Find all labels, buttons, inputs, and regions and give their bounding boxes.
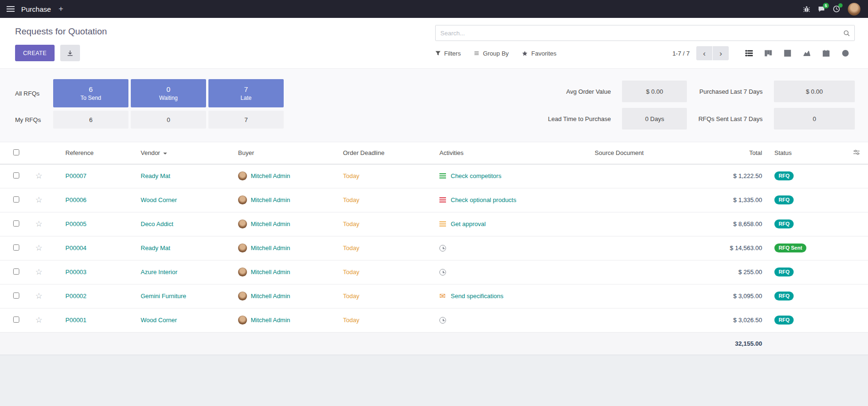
late-card[interactable]: 7 Late xyxy=(208,79,284,107)
vendor-link[interactable]: Wood Corner xyxy=(141,196,177,203)
column-header-reference[interactable]: Reference xyxy=(49,142,125,164)
activity-label[interactable]: Get approval xyxy=(451,220,486,227)
activity-mail-icon[interactable] xyxy=(439,293,446,299)
late-count: 7 xyxy=(244,85,248,93)
activities-clock-icon[interactable] xyxy=(833,5,840,13)
buyer-link[interactable]: Mitchell Admin xyxy=(251,317,290,324)
order-deadline: Today xyxy=(343,268,359,276)
activity-label[interactable]: Send specifications xyxy=(451,292,503,300)
pager-previous-button[interactable]: ‹ xyxy=(696,46,712,60)
control-panel: Requests for Quotation CREATE xyxy=(0,18,868,69)
column-header-activities[interactable]: Activities xyxy=(423,142,579,164)
vendor-link[interactable]: Deco Addict xyxy=(141,220,173,227)
activity-clock-icon[interactable] xyxy=(439,269,446,276)
my-waiting-card[interactable]: 0 xyxy=(131,111,206,129)
vendor-link[interactable]: Azure Interior xyxy=(141,268,177,276)
app-name[interactable]: Purchase xyxy=(21,5,51,13)
row-checkbox[interactable] xyxy=(13,172,19,179)
favorites-button[interactable]: Favorites xyxy=(522,50,556,57)
buyer-link[interactable]: Mitchell Admin xyxy=(251,220,290,227)
list-view-button[interactable] xyxy=(739,46,758,60)
row-checkbox[interactable] xyxy=(13,317,19,323)
reference-link[interactable]: P00005 xyxy=(65,220,87,227)
column-header-vendor[interactable]: Vendor xyxy=(125,142,222,164)
column-header-buyer[interactable]: Buyer xyxy=(222,142,327,164)
vendor-link[interactable]: Ready Mat xyxy=(141,244,170,252)
to-send-card[interactable]: 6 To Send xyxy=(53,79,128,107)
row-checkbox[interactable] xyxy=(13,292,19,299)
menu-icon[interactable] xyxy=(7,6,15,12)
search-icon[interactable] xyxy=(843,30,850,38)
search-input[interactable] xyxy=(436,25,854,41)
reference-link[interactable]: P00004 xyxy=(65,244,87,252)
column-header-order-deadline[interactable]: Order Deadline xyxy=(327,142,423,164)
activity-label[interactable]: Check optional products xyxy=(451,196,516,203)
table-row[interactable]: P00007 Ready Mat Mitchell Admin Today Ch… xyxy=(0,164,868,188)
vendor-link[interactable]: Ready Mat xyxy=(141,172,170,179)
waiting-card[interactable]: 0 Waiting xyxy=(131,79,206,107)
my-late-card[interactable]: 7 xyxy=(208,111,284,129)
row-checkbox[interactable] xyxy=(13,244,19,251)
buyer-link[interactable]: Mitchell Admin xyxy=(251,292,290,300)
buyer-link[interactable]: Mitchell Admin xyxy=(251,268,290,276)
my-to-send-card[interactable]: 6 xyxy=(53,111,128,129)
column-header-source-document[interactable]: Source Document xyxy=(579,142,715,164)
activity-icon[interactable] xyxy=(439,197,446,203)
export-button[interactable] xyxy=(60,45,80,61)
reference-link[interactable]: P00006 xyxy=(65,196,87,203)
reference-link[interactable]: P00002 xyxy=(65,292,87,300)
buyer-link[interactable]: Mitchell Admin xyxy=(251,172,290,179)
table-row[interactable]: P00005 Deco Addict Mitchell Admin Today … xyxy=(0,212,868,236)
pivot-view-button[interactable] xyxy=(778,46,797,60)
favorite-star-icon[interactable] xyxy=(35,268,42,276)
row-checkbox[interactable] xyxy=(13,220,19,227)
table-row[interactable]: P00002 Gemini Furniture Mitchell Admin T… xyxy=(0,284,868,308)
filters-button[interactable]: Filters xyxy=(435,50,461,57)
reference-link[interactable]: P00007 xyxy=(65,172,87,179)
source-document xyxy=(579,188,715,212)
create-button[interactable]: CREATE xyxy=(15,45,55,61)
activity-icon[interactable] xyxy=(439,221,446,227)
favorite-star-icon[interactable] xyxy=(35,219,42,228)
buyer-link[interactable]: Mitchell Admin xyxy=(251,196,290,203)
optional-columns-button[interactable] xyxy=(844,142,868,164)
select-all-checkbox[interactable] xyxy=(13,149,19,155)
table-row[interactable]: P00001 Wood Corner Mitchell Admin Today … xyxy=(0,308,868,332)
purchased-last-7-days: $ 0.00 xyxy=(774,81,855,102)
favorite-star-icon[interactable] xyxy=(35,316,42,325)
activity-clock-icon[interactable] xyxy=(439,317,446,324)
reference-link[interactable]: P00001 xyxy=(65,317,87,324)
buyer-avatar xyxy=(238,244,247,252)
column-header-total[interactable]: Total xyxy=(715,142,772,164)
column-header-status[interactable]: Status xyxy=(772,142,844,164)
favorite-star-icon[interactable] xyxy=(35,244,42,252)
calendar-view-button[interactable] xyxy=(816,46,836,60)
vendor-link[interactable]: Gemini Furniture xyxy=(141,292,186,300)
kanban-view-button[interactable] xyxy=(758,46,778,60)
group-by-button[interactable]: Group By xyxy=(474,50,509,57)
activity-icon[interactable] xyxy=(439,173,446,179)
favorite-star-icon[interactable] xyxy=(35,171,42,180)
messages-icon[interactable]: 5 xyxy=(818,6,825,13)
table-row[interactable]: P00003 Azure Interior Mitchell Admin Tod… xyxy=(0,260,868,284)
reference-link[interactable]: P00003 xyxy=(65,268,87,276)
user-avatar[interactable] xyxy=(848,3,860,16)
view-switcher xyxy=(739,46,855,60)
pager-next-button[interactable]: › xyxy=(713,46,729,60)
row-checkbox[interactable] xyxy=(13,268,19,275)
activity-clock-icon[interactable] xyxy=(439,245,446,252)
table-row[interactable]: P00006 Wood Corner Mitchell Admin Today … xyxy=(0,188,868,212)
favorite-star-icon[interactable] xyxy=(35,292,42,300)
status-badge: RFQ xyxy=(774,292,794,300)
activity-view-button[interactable] xyxy=(836,46,855,60)
activity-label[interactable]: Check competitors xyxy=(451,172,502,179)
table-row[interactable]: P00004 Ready Mat Mitchell Admin Today $ … xyxy=(0,236,868,260)
row-checkbox[interactable] xyxy=(13,196,19,203)
favorite-star-icon[interactable] xyxy=(35,195,42,204)
add-icon[interactable]: + xyxy=(56,4,65,14)
source-document xyxy=(579,308,715,332)
vendor-link[interactable]: Wood Corner xyxy=(141,317,177,324)
debug-bug-icon[interactable] xyxy=(803,6,810,13)
graph-view-button[interactable] xyxy=(797,46,816,60)
buyer-link[interactable]: Mitchell Admin xyxy=(251,244,290,252)
